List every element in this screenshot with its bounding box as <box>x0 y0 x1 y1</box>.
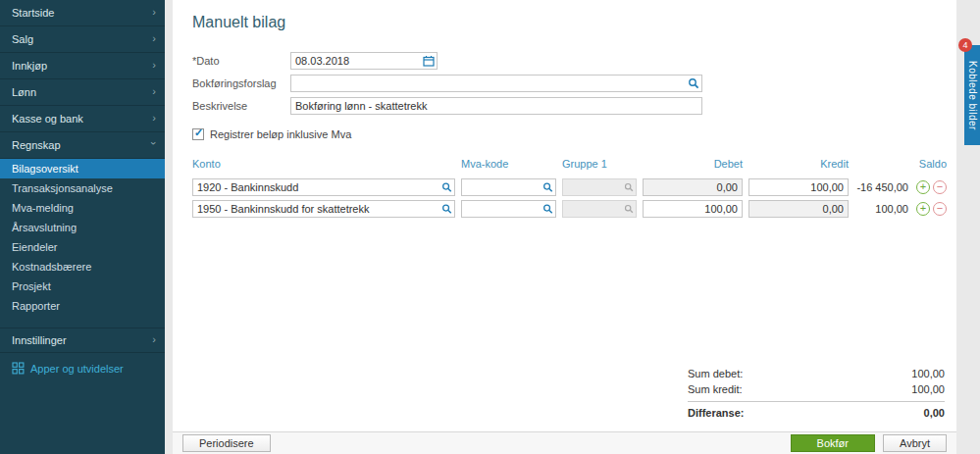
sidebar-item-label: Årsavslutning <box>12 222 77 233</box>
chevron-right-icon <box>152 32 156 44</box>
main-area: Manuelt bilag *Dato <box>165 0 980 454</box>
mva-inclusive-checkbox-label: Registrer beløp inklusive Mva <box>210 128 351 140</box>
sidebar-item-innstillinger[interactable]: Innstillinger <box>0 328 165 353</box>
search-icon <box>624 204 634 214</box>
column-header-debet: Debet <box>643 158 743 170</box>
sidebar-item-label: Kostnadsbærere <box>12 261 91 273</box>
sidebar-item-startside[interactable]: Startside <box>0 0 165 26</box>
sidebar-item-mva-melding[interactable]: Mva-melding <box>0 198 165 218</box>
table-row: -16 450,00 + − <box>186 177 947 196</box>
bokforingsforslag-input[interactable] <box>290 75 702 92</box>
apps-grid-icon <box>12 362 25 375</box>
chevron-right-icon <box>152 59 156 71</box>
sidebar-item-label: Kasse og bank <box>12 113 83 125</box>
avbryt-button[interactable]: Avbryt <box>883 434 947 452</box>
remove-row-icon[interactable]: − <box>933 202 947 216</box>
attachments-count-badge: 4 <box>958 38 972 52</box>
sidebar-item-label: Rapporter <box>12 300 60 312</box>
mva-inclusive-checkbox[interactable] <box>192 128 204 140</box>
koblede-bilder-tab[interactable]: Koblede bilder <box>964 45 980 145</box>
sidebar-item-transaksjonsanalyse[interactable]: Transaksjonsanalyse <box>0 178 165 198</box>
sidebar-item-label: Lønn <box>12 86 36 98</box>
konto-input[interactable] <box>192 178 455 196</box>
sum-debet-value: 100,00 <box>911 368 945 379</box>
search-icon[interactable] <box>542 203 553 214</box>
column-header-konto: Konto <box>192 158 455 170</box>
sidebar-item-apper-og-utvidelser[interactable]: Apper og utvidelser <box>0 353 165 383</box>
bokforingsforslag-label: Bokføringsforslag <box>192 77 290 89</box>
sidebar-item-label: Bilagsoversikt <box>12 163 78 175</box>
totals-summary: Sum debet: 100,00 Sum kredit: 100,00 Dif… <box>688 366 945 424</box>
sidebar-item-kasse-og-bank[interactable]: Kasse og bank <box>0 106 165 132</box>
sidebar-item-label: Prosjekt <box>12 280 51 292</box>
remove-row-icon[interactable]: − <box>933 180 947 194</box>
sum-kredit-label: Sum kredit: <box>688 383 743 395</box>
add-row-icon[interactable]: + <box>916 180 930 194</box>
differanse-label: Differanse: <box>688 407 744 419</box>
table-row: 100,00 + − <box>186 199 947 218</box>
sidebar-item-label: Innkjøp <box>12 60 47 72</box>
saldo-value: -16 450,00 <box>856 181 908 193</box>
sidebar-item-bilagsoversikt[interactable]: Bilagsoversikt <box>0 159 165 178</box>
beskrivelse-input[interactable] <box>290 97 702 115</box>
periodisere-button[interactable]: Periodisere <box>182 434 271 452</box>
calendar-icon[interactable] <box>423 55 435 67</box>
sidebar-item-label: Apper og utvidelser <box>30 363 124 375</box>
sidebar: Startside Salg Innkjøp Lønn Kasse og ban… <box>0 0 165 454</box>
kredit-input[interactable] <box>748 200 849 218</box>
chevron-right-icon <box>152 333 156 345</box>
chevron-right-icon <box>152 112 156 124</box>
column-header-gruppe: Gruppe 1 <box>562 158 637 170</box>
column-header-kredit: Kredit <box>748 158 849 170</box>
sidebar-item-label: Eiendeler <box>12 241 57 253</box>
sidebar-item-prosjekt[interactable]: Prosjekt <box>0 277 165 296</box>
search-icon[interactable] <box>441 181 452 192</box>
bokfor-button[interactable]: Bokfør <box>791 434 875 452</box>
sidebar-item-eiendeler[interactable]: Eiendeler <box>0 237 165 257</box>
dato-input[interactable] <box>290 52 438 70</box>
sidebar-item-label: Regnskap <box>12 139 61 151</box>
beskrivelse-label: Beskrivelse <box>192 100 290 112</box>
sidebar-item-regnskap[interactable]: Regnskap <box>0 132 165 159</box>
voucher-table-header: Konto Mva-kode Gruppe 1 Debet Kredit Sal… <box>186 158 947 170</box>
add-row-icon[interactable]: + <box>916 202 930 216</box>
search-icon[interactable] <box>688 77 699 89</box>
kredit-input[interactable] <box>748 178 849 196</box>
sidebar-item-salg[interactable]: Salg <box>0 26 165 53</box>
konto-input[interactable] <box>192 200 455 218</box>
dato-label: *Dato <box>192 55 290 67</box>
sum-debet-label: Sum debet: <box>688 368 743 379</box>
footer-bar: Periodisere Bokfør Avbryt <box>173 431 956 454</box>
saldo-value: 100,00 <box>875 203 908 215</box>
search-icon[interactable] <box>542 181 553 192</box>
page-title: Manuelt bilag <box>192 14 947 31</box>
search-icon[interactable] <box>441 203 452 214</box>
sidebar-item-rapporter[interactable]: Rapporter <box>0 296 165 316</box>
search-icon <box>624 182 634 192</box>
chevron-right-icon <box>152 6 156 18</box>
sidebar-item-innkjop[interactable]: Innkjøp <box>0 53 165 79</box>
chevron-right-icon <box>152 85 156 97</box>
debet-input[interactable] <box>643 200 743 218</box>
debet-input[interactable] <box>643 178 743 196</box>
column-header-mva-kode: Mva-kode <box>461 158 556 170</box>
sidebar-item-label: Salg <box>12 33 33 45</box>
sum-kredit-value: 100,00 <box>911 383 945 395</box>
column-header-saldo: Saldo <box>854 158 947 170</box>
sidebar-item-lonn[interactable]: Lønn <box>0 79 165 106</box>
manuelt-bilag-card: Manuelt bilag *Dato <box>173 0 956 454</box>
differanse-value: 0,00 <box>924 407 945 419</box>
sidebar-item-arsavslutning[interactable]: Årsavslutning <box>0 218 165 237</box>
chevron-down-icon <box>148 141 160 145</box>
sidebar-item-label: Innstillinger <box>12 334 67 346</box>
sidebar-item-kostnadsbarere[interactable]: Kostnadsbærere <box>0 257 165 277</box>
sidebar-regnskap-submenu: Bilagsoversikt Transaksjonsanalyse Mva-m… <box>0 159 165 316</box>
sidebar-item-label: Mva-melding <box>12 202 74 214</box>
sidebar-item-label: Startside <box>12 7 54 19</box>
sidebar-item-label: Transaksjonsanalyse <box>12 182 113 194</box>
app-window: Startside Salg Innkjøp Lønn Kasse og ban… <box>0 0 980 454</box>
